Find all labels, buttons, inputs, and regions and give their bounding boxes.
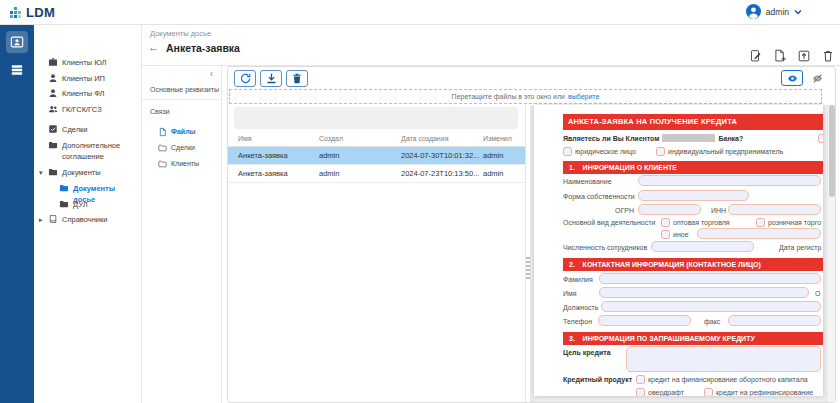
- app-logo[interactable]: LDM: [10, 5, 55, 20]
- table-header: Имя Создал Дата создания Изменил: [228, 131, 525, 147]
- file-dropzone[interactable]: Перетащите файлы в это окно или выберите: [229, 89, 822, 104]
- panel-link-clients[interactable]: Клиенты: [142, 157, 222, 170]
- checkbox-cutoff[interactable]: [818, 134, 823, 143]
- label-middlename-cut: О: [815, 290, 820, 297]
- checkbox-overdraft[interactable]: [636, 388, 645, 396]
- input-other-activity[interactable]: [697, 228, 821, 239]
- checkbox-individual-entrepreneur[interactable]: [656, 147, 665, 156]
- cell-created-by: admin: [319, 151, 401, 160]
- sidebar-item-clients-fl[interactable]: Клиенты ФЛ: [34, 88, 142, 99]
- app-rail: [0, 25, 34, 403]
- sidebar-item-directories[interactable]: ▸ Справочники: [34, 214, 142, 225]
- sidebar-item-label: Дополнительное соглашение: [62, 140, 142, 162]
- preview-off-button[interactable]: [809, 72, 825, 85]
- rail-list-button[interactable]: [6, 59, 28, 81]
- sidebar-item-clients-ip[interactable]: Клиенты ИП: [34, 73, 142, 84]
- label-position: Должность: [563, 304, 598, 311]
- input-employees[interactable]: [651, 241, 754, 252]
- collapse-panel-icon[interactable]: ‹: [210, 68, 213, 79]
- column-header-created-at[interactable]: Дата создания: [401, 135, 483, 142]
- folder-icon: [158, 159, 168, 169]
- sidebar-item-label: ДУЛ: [73, 199, 142, 210]
- checkbox-working-capital-loan[interactable]: [636, 375, 645, 384]
- input-inn[interactable]: [728, 204, 821, 215]
- sidebar-item-label: Документы: [62, 167, 142, 178]
- top-header: LDM admin: [0, 0, 840, 25]
- cell-modified-by: admin: [483, 169, 525, 178]
- input-phone[interactable]: [598, 315, 691, 326]
- input-lastname[interactable]: [599, 273, 821, 284]
- sidebar-item-dul[interactable]: ДУЛ: [34, 199, 142, 210]
- cell-name: Анкета-заявка: [238, 151, 319, 160]
- scrollbar-thumb[interactable]: [829, 105, 835, 197]
- content-area: Документы досье ← Анкета-заявка ‹ Основн…: [142, 25, 840, 403]
- refresh-button[interactable]: [234, 70, 256, 87]
- edit-document-icon[interactable]: [748, 48, 764, 64]
- question-suffix: Банка?: [718, 135, 743, 142]
- input-ownership[interactable]: [638, 190, 749, 201]
- page-title: Анкета-заявка: [166, 42, 240, 54]
- sidebar-item-additional-agreement[interactable]: Дополнительное соглашение: [34, 140, 142, 162]
- files-card: Перетащите файлы в это окно или выберите…: [227, 66, 836, 403]
- label-phone: Телефон: [563, 318, 592, 325]
- label-legal-entity: юридическое лицо: [575, 148, 636, 155]
- label-individual-entrepreneur: индивидуальный предприниматель: [668, 148, 783, 155]
- input-ogrn[interactable]: [638, 204, 701, 215]
- input-position[interactable]: [601, 301, 821, 312]
- column-header-modified-by[interactable]: Изменил: [483, 135, 525, 142]
- checkbox-legal-entity[interactable]: [563, 147, 572, 156]
- folder-icon: [59, 199, 70, 209]
- sidebar-item-documents[interactable]: ▾ Документы: [34, 167, 142, 178]
- delete-file-button[interactable]: [286, 70, 308, 87]
- checkbox-refinance-loan[interactable]: [704, 388, 713, 396]
- breadcrumb[interactable]: Документы досье: [150, 29, 211, 38]
- label-working-capital-loan: кредит на финансирование оборотного капи…: [648, 376, 808, 383]
- input-purpose[interactable]: [626, 346, 821, 372]
- table-row[interactable]: Анкета-заявка admin 2024-07-23T10:13:50.…: [228, 165, 525, 183]
- sidebar-item-label: ГК/ГСК/ГСЗ: [62, 104, 142, 115]
- form-section-2: 2. КОНТАКТНАЯ ИНФОРМАЦИЯ (КОНТАКТНОЕ ЛИЦ…: [563, 258, 823, 271]
- panel-link-deals[interactable]: Сделки: [142, 141, 222, 154]
- preview-on-button[interactable]: [781, 70, 803, 86]
- chevron-expanded-icon: ▾: [39, 167, 48, 178]
- form-section-3: 3. ИНФОРМАЦИЯ ПО ЗАПРАШИВАЕМОМУ КРЕДИТУ: [563, 332, 823, 345]
- folder-icon: [48, 140, 59, 150]
- input-name[interactable]: [638, 175, 821, 186]
- checkbox-retail[interactable]: [756, 218, 765, 227]
- preview-scrollbar[interactable]: [827, 105, 836, 402]
- table-row[interactable]: Анкета-заявка admin 2024-07-30T10:01:32.…: [228, 147, 525, 165]
- user-menu[interactable]: admin: [746, 4, 802, 19]
- checkbox-other-activity[interactable]: [661, 230, 670, 239]
- input-firstname[interactable]: [599, 287, 809, 298]
- chevron-down-icon: [794, 9, 802, 15]
- sidebar-item-clients-ul[interactable]: Клиенты ЮЛ: [34, 57, 142, 68]
- label-lastname: Фамилия: [563, 276, 593, 283]
- download-button[interactable]: [260, 70, 282, 87]
- label-other-activity: иное: [673, 231, 689, 238]
- add-document-icon[interactable]: [772, 48, 788, 64]
- sidebar-item-gk-gsk-gsz[interactable]: ГК/ГСК/ГСЗ: [34, 104, 142, 115]
- file-table-area: Имя Создал Дата создания Изменил Анкета-…: [228, 105, 525, 402]
- panel-tab-relations[interactable]: Связи: [150, 108, 170, 115]
- check-square-icon: [48, 124, 59, 134]
- delete-icon[interactable]: [820, 48, 836, 64]
- folder-icon: [59, 183, 70, 193]
- cell-modified-by: admin: [483, 151, 525, 160]
- input-fax[interactable]: [728, 315, 821, 326]
- checkbox-wholesale[interactable]: [661, 218, 670, 227]
- label-reg-date: Дата регистр: [779, 244, 821, 251]
- panel-tab-main-details[interactable]: Основные реквизиты: [150, 86, 219, 93]
- question-prefix: Являетесь ли Вы Клиентом: [563, 135, 659, 142]
- sidebar-item-deals[interactable]: Сделки: [34, 124, 142, 135]
- rail-documents-button[interactable]: [6, 31, 28, 53]
- label-ogrn: ОГРН: [563, 207, 634, 214]
- column-header-created-by[interactable]: Создал: [319, 135, 401, 142]
- upload-icon[interactable]: [796, 48, 812, 64]
- chevron-collapsed-icon: ▸: [39, 214, 48, 225]
- column-header-name[interactable]: Имя: [238, 135, 319, 142]
- form-banner: АНКЕТА-ЗАЯВКА НА ПОЛУЧЕНИЕ КРЕДИТА: [563, 114, 823, 130]
- back-arrow-icon[interactable]: ←: [148, 41, 159, 53]
- user-name: admin: [766, 7, 789, 17]
- panel-link-files[interactable]: Файлы: [142, 125, 222, 138]
- dropzone-choose-link[interactable]: выберите: [568, 93, 599, 100]
